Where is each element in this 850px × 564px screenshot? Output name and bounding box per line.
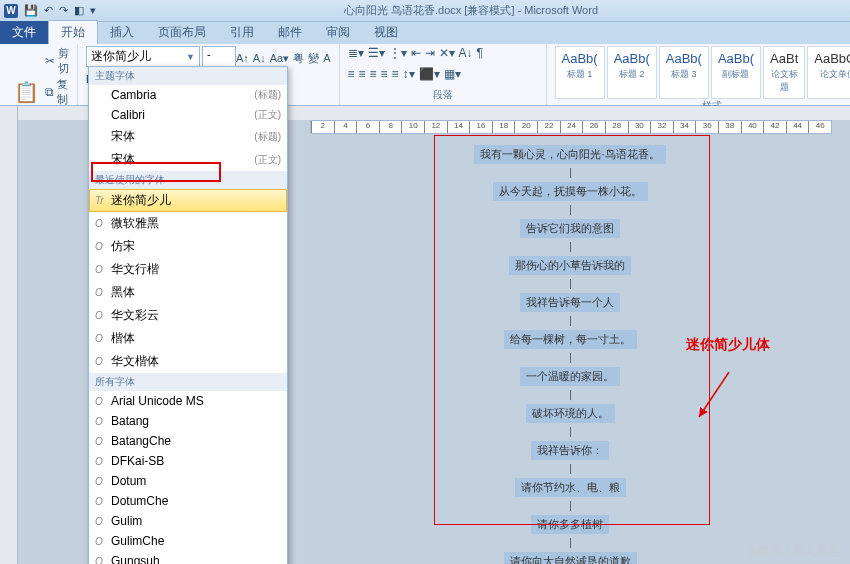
quick-access-toolbar[interactable]: 💾 ↶ ↷ ◧ ▾ — [24, 4, 96, 17]
justify-icon[interactable]: ≡ — [381, 67, 388, 81]
tab-home[interactable]: 开始 — [48, 20, 98, 44]
vertical-ruler-bar — [0, 106, 18, 564]
tab-review[interactable]: 审阅 — [314, 21, 362, 44]
tab-view[interactable]: 视图 — [362, 21, 410, 44]
multilevel-icon[interactable]: ⋮▾ — [389, 46, 407, 60]
font-option[interactable]: O楷体 — [89, 327, 287, 350]
tab-layout[interactable]: 页面布局 — [146, 21, 218, 44]
font-option[interactable]: OArial Unicode MS — [89, 391, 287, 411]
scissors-icon: ✂ — [45, 54, 55, 68]
bullets-icon[interactable]: ≣▾ — [348, 46, 364, 60]
numbering-icon[interactable]: ☰▾ — [368, 46, 385, 60]
shading-icon[interactable]: ⬛▾ — [419, 67, 440, 81]
clear-format-icon[interactable]: 粤 — [293, 51, 304, 66]
text-line[interactable]: 请你向大自然诚恳的道歉 — [504, 552, 637, 564]
tab-insert[interactable]: 插入 — [98, 21, 146, 44]
clipboard-group: 📋 粘贴 ✂剪切 ⧉复制 ✎格式刷 剪贴板 — [0, 44, 78, 105]
borders-icon[interactable]: ▦▾ — [444, 67, 461, 81]
font-option[interactable]: O华文行楷 — [89, 258, 287, 281]
align-center-icon[interactable]: ≡ — [359, 67, 366, 81]
font-size-selector[interactable]: - — [202, 46, 236, 67]
save-icon[interactable]: 💾 — [24, 4, 38, 17]
chevron-down-icon: ▼ — [186, 52, 195, 62]
indent-dec-icon[interactable]: ⇤ — [411, 46, 421, 60]
grow-font-icon[interactable]: A↑ — [236, 52, 249, 64]
align-right-icon[interactable]: ≡ — [370, 67, 377, 81]
font-option[interactable]: OBatang — [89, 411, 287, 431]
style-4[interactable]: AaBt论文标题 — [763, 46, 805, 99]
change-case-icon[interactable]: Aa▾ — [270, 52, 289, 65]
font-option[interactable]: Calibri(正文) — [89, 105, 287, 125]
word-icon: W — [4, 4, 18, 18]
annotation-text: 迷你简少儿体 — [686, 336, 770, 354]
distribute-icon[interactable]: ≡ — [392, 67, 399, 81]
undo-icon[interactable]: ↶ — [44, 4, 53, 17]
font-option[interactable]: ODotum — [89, 471, 287, 491]
ribbon-tabs: 文件 开始 插入 页面布局 引用 邮件 审阅 视图 — [0, 22, 850, 44]
char-border-icon[interactable]: A — [323, 52, 330, 64]
all-fonts-header: 所有字体 — [89, 373, 287, 391]
svg-line-1 — [699, 372, 729, 417]
font-option[interactable]: ODotumChe — [89, 491, 287, 511]
style-3[interactable]: AaBb(副标题 — [711, 46, 761, 99]
font-option[interactable]: OBatangChe — [89, 431, 287, 451]
font-option[interactable]: O华文彩云 — [89, 304, 287, 327]
font-option[interactable]: OGungsuh — [89, 551, 287, 564]
font-option[interactable]: O华文楷体 — [89, 350, 287, 373]
qat-ext1-icon[interactable]: ◧ — [74, 4, 84, 17]
annotation-arrow-2 — [694, 372, 734, 422]
paste-icon: 📋 — [14, 80, 39, 104]
document-page[interactable]: 我有一颗心灵，心向阳光·鸟语花香。从今天起，抚摸每一株小花。告诉它们我的意图那伤… — [440, 141, 700, 561]
font-option[interactable]: OGulim — [89, 511, 287, 531]
red-annotation-box — [434, 135, 710, 525]
font-option[interactable]: 宋体(标题) — [89, 125, 287, 148]
paragraph-group: ≣▾ ☰▾ ⋮▾ ⇤ ⇥ ✕▾ A↓ ¶ ≡ ≡ ≡ ≡ ≡ ↕▾ ⬛▾ ▦▾ … — [340, 44, 547, 105]
font-option[interactable]: ODFKai-SB — [89, 451, 287, 471]
show-marks-icon[interactable]: ¶ — [477, 46, 483, 60]
font-option[interactable]: Cambria(标题) — [89, 85, 287, 105]
horizontal-ruler[interactable]: 2468101214161820222426283032343638404244… — [310, 120, 832, 134]
recent-fonts-header: 最近使用的字体 — [89, 171, 287, 189]
styles-group: AaBb(标题 1AaBb(标题 2AaBb(标题 3AaBb(副标题AaBt论… — [547, 44, 851, 105]
font-option[interactable]: O黑体 — [89, 281, 287, 304]
phonetic-icon[interactable]: 變 — [308, 51, 319, 66]
tab-mail[interactable]: 邮件 — [266, 21, 314, 44]
font-dropdown[interactable]: 主题字体 Cambria(标题)Calibri(正文)宋体(标题)宋体(正文) … — [88, 66, 288, 564]
watermark: 头条号 / 凡人凡言 — [746, 543, 840, 560]
style-2[interactable]: AaBb(标题 3 — [659, 46, 709, 99]
cut-button[interactable]: ✂剪切 — [45, 46, 69, 76]
style-5[interactable]: AaBbCc论文单位 — [807, 46, 850, 99]
font-option[interactable]: O仿宋 — [89, 235, 287, 258]
font-option[interactable]: O微软雅黑 — [89, 212, 287, 235]
sort-icon[interactable]: A↓ — [459, 46, 473, 60]
copy-button[interactable]: ⧉复制 — [45, 77, 69, 107]
redo-icon[interactable]: ↷ — [59, 4, 68, 17]
copy-icon: ⧉ — [45, 85, 54, 99]
asian-icon[interactable]: ✕▾ — [439, 46, 455, 60]
font-option[interactable]: 宋体(正文) — [89, 148, 287, 171]
theme-fonts-header: 主题字体 — [89, 67, 287, 85]
title-bar: W 💾 ↶ ↷ ◧ ▾ 心向阳光 鸟语花香.docx [兼容模式] - Micr… — [0, 0, 850, 22]
shrink-font-icon[interactable]: A↓ — [253, 52, 266, 64]
line-spacing-icon[interactable]: ↕▾ — [403, 67, 415, 81]
font-option[interactable]: OGulimChe — [89, 531, 287, 551]
style-1[interactable]: AaBb(标题 2 — [607, 46, 657, 99]
indent-inc-icon[interactable]: ⇥ — [425, 46, 435, 60]
style-0[interactable]: AaBb(标题 1 — [555, 46, 605, 99]
tab-references[interactable]: 引用 — [218, 21, 266, 44]
tab-file[interactable]: 文件 — [0, 21, 48, 44]
font-option[interactable]: Tr迷你简少儿 — [89, 189, 287, 212]
font-selector[interactable]: 迷你简少儿 ▼ — [86, 46, 200, 67]
align-left-icon[interactable]: ≡ — [348, 67, 355, 81]
document-title: 心向阳光 鸟语花香.docx [兼容模式] - Microsoft Word — [96, 3, 846, 18]
